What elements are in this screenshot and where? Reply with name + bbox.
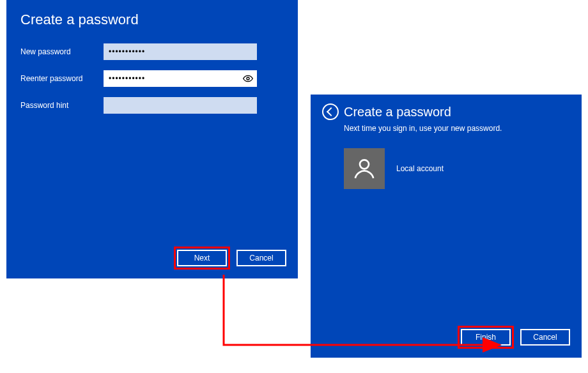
new-password-label: New password xyxy=(20,47,104,56)
page-title: Create a password xyxy=(344,105,451,119)
password-hint-row: Password hint xyxy=(20,97,284,114)
reenter-password-label: Reenter password xyxy=(20,74,104,83)
back-button[interactable] xyxy=(322,103,339,120)
reenter-password-input[interactable] xyxy=(104,70,257,87)
new-password-input[interactable] xyxy=(104,43,257,60)
cancel-button[interactable]: Cancel xyxy=(520,329,570,346)
svg-point-0 xyxy=(247,77,249,80)
next-button[interactable]: Next xyxy=(177,250,227,266)
back-arrow-icon xyxy=(327,107,336,116)
page-title: Create a password xyxy=(20,11,284,28)
svg-point-1 xyxy=(360,160,369,169)
annotation-highlight-finish: Finish xyxy=(458,326,514,349)
password-hint-input[interactable] xyxy=(104,97,257,114)
page-subtitle: Next time you sign in, use your new pass… xyxy=(344,124,570,133)
new-password-row: New password xyxy=(20,43,284,60)
reenter-password-row: Reenter password xyxy=(20,70,284,87)
create-password-form-panel: Create a password New password Reenter p… xyxy=(6,0,298,278)
reveal-password-icon[interactable] xyxy=(243,73,253,84)
annotation-highlight-next: Next xyxy=(174,247,230,270)
button-bar-left: Next Cancel xyxy=(174,247,286,270)
account-name: Local account xyxy=(396,164,444,173)
button-bar-right: Finish Cancel xyxy=(458,326,570,349)
cancel-button[interactable]: Cancel xyxy=(236,250,286,266)
finish-button[interactable]: Finish xyxy=(461,329,511,346)
user-icon xyxy=(352,156,377,181)
create-password-confirm-panel: Create a password Next time you sign in,… xyxy=(311,95,582,358)
account-summary: Local account xyxy=(344,148,570,189)
password-hint-label: Password hint xyxy=(20,101,104,110)
avatar xyxy=(344,148,385,189)
